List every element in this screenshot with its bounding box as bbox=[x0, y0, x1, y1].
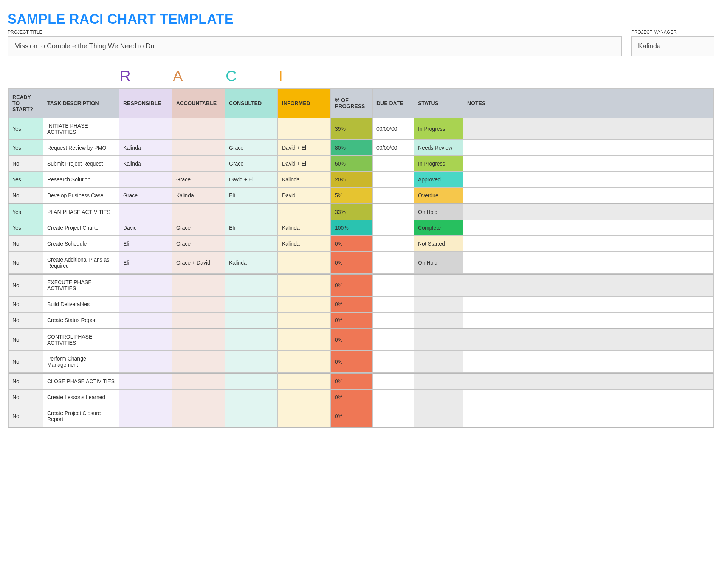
cell-accountable[interactable] bbox=[172, 156, 225, 172]
cell-status[interactable] bbox=[414, 373, 463, 389]
cell-status[interactable] bbox=[414, 389, 463, 405]
cell-notes[interactable] bbox=[463, 203, 714, 220]
cell-status[interactable]: Not Started bbox=[414, 236, 463, 252]
cell-status[interactable]: On Hold bbox=[414, 252, 463, 274]
cell-informed[interactable] bbox=[278, 274, 331, 296]
cell-consulted[interactable]: Grace bbox=[225, 140, 278, 156]
cell-progress[interactable]: 0% bbox=[331, 274, 372, 296]
cell-consulted[interactable]: Grace bbox=[225, 156, 278, 172]
cell-progress[interactable]: 0% bbox=[331, 252, 372, 274]
cell-status[interactable]: In Progress bbox=[414, 118, 463, 140]
cell-informed[interactable] bbox=[278, 118, 331, 140]
cell-task[interactable]: Create Project Closure Report bbox=[43, 405, 119, 427]
cell-task[interactable]: INITIATE PHASE ACTIVITIES bbox=[43, 118, 119, 140]
cell-accountable[interactable] bbox=[172, 389, 225, 405]
cell-consulted[interactable] bbox=[225, 203, 278, 220]
cell-due[interactable] bbox=[372, 373, 414, 389]
cell-notes[interactable] bbox=[463, 351, 714, 373]
cell-ready[interactable]: No bbox=[8, 274, 43, 296]
cell-responsible[interactable] bbox=[119, 328, 172, 351]
cell-accountable[interactable] bbox=[172, 405, 225, 427]
cell-ready[interactable]: No bbox=[8, 328, 43, 351]
cell-informed[interactable] bbox=[278, 389, 331, 405]
cell-status[interactable]: Needs Review bbox=[414, 140, 463, 156]
cell-responsible[interactable]: Grace bbox=[119, 187, 172, 203]
cell-notes[interactable] bbox=[463, 156, 714, 172]
cell-responsible[interactable] bbox=[119, 296, 172, 312]
cell-accountable[interactable] bbox=[172, 373, 225, 389]
cell-consulted[interactable]: Eli bbox=[225, 220, 278, 236]
cell-accountable[interactable] bbox=[172, 312, 225, 328]
cell-notes[interactable] bbox=[463, 274, 714, 296]
cell-due[interactable] bbox=[372, 236, 414, 252]
cell-progress[interactable]: 20% bbox=[331, 172, 372, 187]
cell-due[interactable]: 00/00/00 bbox=[372, 140, 414, 156]
project-title-value[interactable]: Mission to Complete the Thing We Need to… bbox=[8, 36, 622, 56]
cell-informed[interactable]: Kalinda bbox=[278, 236, 331, 252]
cell-progress[interactable]: 80% bbox=[331, 140, 372, 156]
cell-responsible[interactable]: Kalinda bbox=[119, 140, 172, 156]
cell-notes[interactable] bbox=[463, 405, 714, 427]
cell-due[interactable] bbox=[372, 405, 414, 427]
cell-accountable[interactable]: Grace bbox=[172, 236, 225, 252]
cell-task[interactable]: Build Deliverables bbox=[43, 296, 119, 312]
cell-accountable[interactable] bbox=[172, 118, 225, 140]
cell-ready[interactable]: Yes bbox=[8, 140, 43, 156]
cell-consulted[interactable] bbox=[225, 389, 278, 405]
cell-notes[interactable] bbox=[463, 252, 714, 274]
cell-task[interactable]: Create Schedule bbox=[43, 236, 119, 252]
cell-informed[interactable] bbox=[278, 405, 331, 427]
cell-progress[interactable]: 0% bbox=[331, 389, 372, 405]
cell-status[interactable]: Approved bbox=[414, 172, 463, 187]
cell-ready[interactable]: No bbox=[8, 296, 43, 312]
cell-status[interactable]: Complete bbox=[414, 220, 463, 236]
project-manager-value[interactable]: Kalinda bbox=[631, 36, 714, 56]
cell-consulted[interactable] bbox=[225, 351, 278, 373]
cell-task[interactable]: Perform Change Management bbox=[43, 351, 119, 373]
cell-consulted[interactable] bbox=[225, 296, 278, 312]
cell-status[interactable] bbox=[414, 405, 463, 427]
cell-task[interactable]: Request Review by PMO bbox=[43, 140, 119, 156]
cell-accountable[interactable]: Kalinda bbox=[172, 187, 225, 203]
cell-responsible[interactable]: Kalinda bbox=[119, 156, 172, 172]
cell-progress[interactable]: 0% bbox=[331, 328, 372, 351]
cell-due[interactable] bbox=[372, 187, 414, 203]
cell-task[interactable]: CLOSE PHASE ACTIVITIES bbox=[43, 373, 119, 389]
cell-due[interactable]: 00/00/00 bbox=[372, 118, 414, 140]
cell-ready[interactable]: No bbox=[8, 373, 43, 389]
cell-responsible[interactable]: David bbox=[119, 220, 172, 236]
cell-progress[interactable]: 0% bbox=[331, 312, 372, 328]
cell-accountable[interactable] bbox=[172, 274, 225, 296]
cell-ready[interactable]: No bbox=[8, 156, 43, 172]
cell-task[interactable]: CONTROL PHASE ACTIVITIES bbox=[43, 328, 119, 351]
cell-informed[interactable]: David + Eli bbox=[278, 140, 331, 156]
cell-status[interactable] bbox=[414, 296, 463, 312]
cell-notes[interactable] bbox=[463, 389, 714, 405]
cell-progress[interactable]: 0% bbox=[331, 405, 372, 427]
cell-accountable[interactable]: Grace + David bbox=[172, 252, 225, 274]
cell-notes[interactable] bbox=[463, 118, 714, 140]
cell-notes[interactable] bbox=[463, 140, 714, 156]
cell-ready[interactable]: Yes bbox=[8, 203, 43, 220]
cell-accountable[interactable] bbox=[172, 140, 225, 156]
cell-consulted[interactable] bbox=[225, 312, 278, 328]
cell-consulted[interactable] bbox=[225, 236, 278, 252]
cell-due[interactable] bbox=[372, 156, 414, 172]
cell-progress[interactable]: 33% bbox=[331, 203, 372, 220]
cell-progress[interactable]: 5% bbox=[331, 187, 372, 203]
cell-notes[interactable] bbox=[463, 373, 714, 389]
cell-responsible[interactable] bbox=[119, 203, 172, 220]
cell-progress[interactable]: 50% bbox=[331, 156, 372, 172]
cell-ready[interactable]: No bbox=[8, 187, 43, 203]
cell-task[interactable]: EXECUTE PHASE ACTIVITIES bbox=[43, 274, 119, 296]
cell-progress[interactable]: 39% bbox=[331, 118, 372, 140]
cell-task[interactable]: Research Solution bbox=[43, 172, 119, 187]
cell-status[interactable]: Overdue bbox=[414, 187, 463, 203]
cell-status[interactable] bbox=[414, 328, 463, 351]
cell-informed[interactable] bbox=[278, 373, 331, 389]
cell-progress[interactable]: 0% bbox=[331, 236, 372, 252]
cell-consulted[interactable] bbox=[225, 274, 278, 296]
cell-ready[interactable]: No bbox=[8, 252, 43, 274]
cell-accountable[interactable] bbox=[172, 328, 225, 351]
cell-informed[interactable] bbox=[278, 252, 331, 274]
